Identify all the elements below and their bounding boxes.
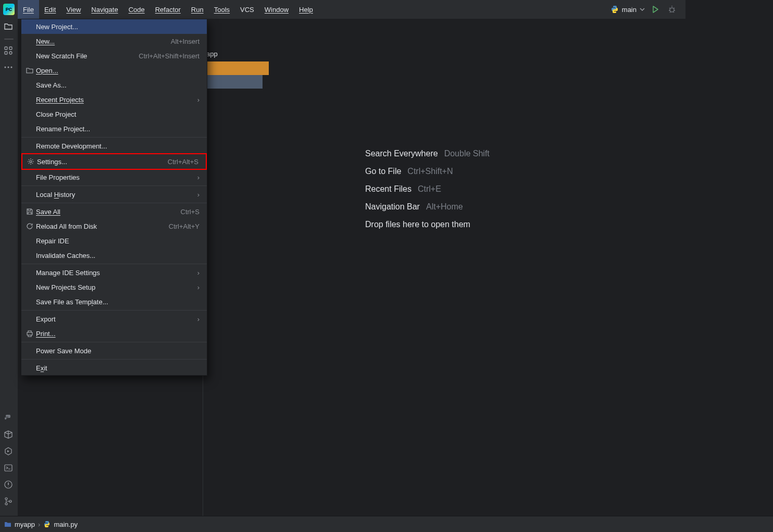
menu-file[interactable]: File — [18, 0, 39, 19]
python-console-icon[interactable] — [4, 413, 14, 424]
menu-vcs[interactable]: VCS — [235, 0, 259, 19]
menu-bar: File Edit View Navigate Code Refactor Ru… — [18, 0, 318, 19]
tree-row-highlight[interactable] — [206, 61, 269, 75]
file-menu-new-projects-setup[interactable]: New Projects Setup› — [21, 280, 207, 294]
terminal-tool-icon[interactable] — [4, 463, 14, 472]
help-drop-label: Drop files here to open them — [365, 220, 470, 229]
file-menu-repair[interactable]: Repair IDE — [21, 233, 207, 248]
tree-fragment-label: app — [206, 50, 218, 58]
menu-tools[interactable]: Tools — [209, 0, 235, 19]
file-menu-manage-ide[interactable]: Manage IDE Settings› — [21, 265, 207, 280]
separator — [4, 39, 14, 40]
file-menu-invalidate[interactable]: Invalidate Caches... — [21, 248, 207, 263]
menu-help[interactable]: Help — [294, 0, 318, 19]
file-menu-exit[interactable]: Exit — [21, 361, 207, 375]
python-icon — [610, 5, 619, 14]
save-icon — [26, 208, 34, 215]
svg-rect-3 — [5, 52, 7, 54]
file-menu-power-save[interactable]: Power Save Mode — [21, 343, 207, 358]
svg-rect-1 — [5, 47, 7, 50]
gear-icon — [27, 158, 35, 165]
more-tool-icon[interactable] — [4, 63, 14, 73]
run-config-name: main — [622, 6, 637, 14]
play-icon — [651, 5, 659, 14]
menu-window[interactable]: Window — [259, 0, 294, 19]
file-menu-new[interactable]: New...Alt+Insert — [21, 34, 207, 48]
file-menu-local-history[interactable]: Local History› — [21, 187, 207, 202]
file-menu-dropdown: New Project... New...Alt+Insert New Scra… — [21, 19, 207, 376]
svg-point-7 — [11, 67, 13, 68]
file-menu-file-properties[interactable]: File Properties› — [21, 170, 207, 184]
tree-row-selected[interactable] — [206, 75, 263, 89]
help-search-label: Search Everywhere — [365, 149, 438, 158]
file-menu-rename-project[interactable]: Rename Project... — [21, 121, 207, 136]
help-recent-shortcut: Ctrl+E — [418, 184, 441, 194]
help-navbar-label: Navigation Bar — [365, 202, 420, 212]
file-menu-settings[interactable]: Settings...Ctrl+Alt+S — [21, 153, 207, 170]
menu-view[interactable]: View — [61, 0, 86, 19]
help-search-shortcut: Double Shift — [444, 149, 490, 158]
debug-button[interactable] — [666, 3, 678, 16]
project-tool-icon[interactable] — [4, 22, 14, 32]
print-icon — [26, 330, 34, 337]
menu-edit[interactable]: Edit — [39, 0, 61, 19]
file-menu-remote-dev[interactable]: Remote Development... — [21, 139, 207, 153]
menu-navigate[interactable]: Navigate — [86, 0, 123, 19]
svg-point-5 — [5, 67, 6, 68]
svg-point-4 — [9, 52, 12, 54]
run-button[interactable] — [649, 3, 662, 16]
svg-rect-2 — [9, 47, 12, 50]
file-menu-save-all[interactable]: Save AllCtrl+S — [21, 204, 207, 219]
run-config-selector[interactable]: main — [610, 5, 645, 14]
file-menu-open[interactable]: Open... — [21, 63, 207, 78]
services-tool-icon[interactable] — [4, 447, 14, 457]
menu-refactor[interactable]: Refactor — [150, 0, 186, 19]
packages-tool-icon[interactable] — [4, 430, 14, 440]
help-goto-shortcut: Ctrl+Shift+N — [407, 167, 453, 176]
svg-point-6 — [8, 67, 9, 68]
file-menu-save-as[interactable]: Save As... — [21, 78, 207, 92]
pycharm-logo-icon: PC — [3, 4, 15, 15]
reload-icon — [26, 222, 34, 230]
folder-icon — [26, 67, 34, 74]
editor-empty-state: Search EverywhereDouble Shift Go to File… — [365, 149, 490, 229]
file-menu-reload[interactable]: Reload All from DiskCtrl+Alt+Y — [21, 219, 207, 233]
svg-point-0 — [670, 8, 674, 12]
file-menu-save-template[interactable]: Save File as Template... — [21, 294, 207, 309]
left-tool-strip — [0, 19, 18, 472]
structure-tool-icon[interactable] — [4, 46, 14, 56]
svg-point-13 — [30, 160, 32, 163]
file-menu-new-project[interactable]: New Project... — [21, 19, 207, 34]
bug-icon — [668, 5, 676, 14]
menu-code[interactable]: Code — [123, 0, 150, 19]
file-menu-export[interactable]: Export› — [21, 312, 207, 326]
toolbar-right: main — [610, 3, 682, 16]
file-menu-close-project[interactable]: Close Project — [21, 107, 207, 121]
menu-run[interactable]: Run — [186, 0, 209, 19]
file-menu-recent-projects[interactable]: Recent Projects› — [21, 92, 207, 107]
chevron-down-icon — [640, 7, 645, 12]
help-recent-label: Recent Files — [365, 184, 412, 194]
help-goto-label: Go to File — [365, 167, 401, 176]
file-menu-new-scratch[interactable]: New Scratch FileCtrl+Alt+Shift+Insert — [21, 48, 207, 63]
file-menu-print[interactable]: Print... — [21, 326, 207, 341]
top-bar: PC File Edit View Navigate Code Refactor… — [0, 0, 685, 19]
help-navbar-shortcut: Alt+Home — [426, 202, 463, 212]
